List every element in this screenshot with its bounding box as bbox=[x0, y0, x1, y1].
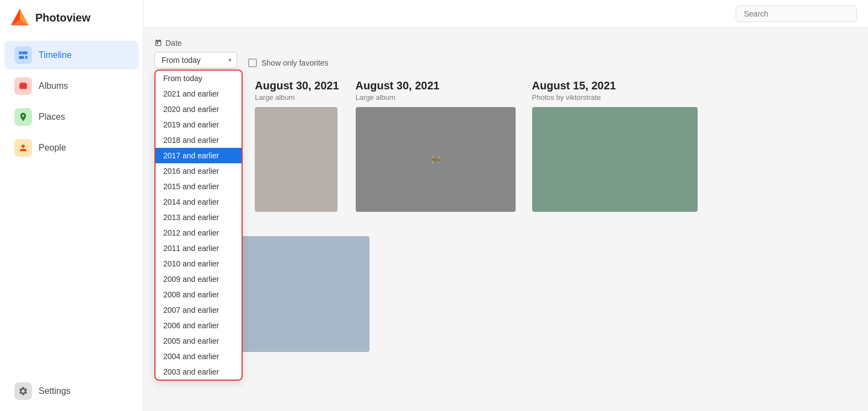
dropdown-option[interactable]: 2018 and earlier bbox=[156, 132, 242, 148]
sidebar-item-albums[interactable]: Albums bbox=[4, 72, 138, 100]
favorites-checkbox[interactable] bbox=[248, 58, 257, 67]
sidebar-item-settings-label: Settings bbox=[39, 386, 71, 396]
favorites-toggle[interactable]: Show only favorites bbox=[248, 39, 328, 67]
photo-section-aug30-3: August 30, 2021 Large album 🚧 bbox=[356, 79, 516, 212]
dropdown-option[interactable]: 2005 and earlier bbox=[156, 333, 242, 349]
svg-rect-6 bbox=[25, 56, 28, 59]
date-filter: Date From today2021 and earlier2020 and … bbox=[154, 39, 237, 68]
dropdown-option[interactable]: 2014 and earlier bbox=[156, 194, 242, 210]
photo-thumb[interactable]: 🚧 bbox=[356, 107, 516, 212]
favorites-label: Show only favorites bbox=[261, 58, 328, 67]
photo-subtitle: Large album bbox=[255, 93, 339, 102]
dropdown-option[interactable]: 2004 and earlier bbox=[156, 349, 242, 364]
sidebar-item-albums-label: Albums bbox=[39, 81, 68, 91]
dropdown-option[interactable]: 2011 and earlier bbox=[156, 241, 242, 256]
calendar-icon bbox=[154, 39, 162, 47]
dropdown-option[interactable]: 2019 and earlier bbox=[156, 117, 242, 132]
dropdown-option[interactable]: 2012 and earlier bbox=[156, 225, 242, 241]
content-area: Date From today2021 and earlier2020 and … bbox=[143, 28, 868, 411]
photo-section-aug15: August 15, 2021 Photos by viktorstrate bbox=[532, 79, 698, 212]
settings-icon bbox=[14, 382, 32, 400]
dropdown-option[interactable]: 2003 and earlier bbox=[156, 364, 242, 380]
places-icon bbox=[14, 108, 32, 126]
photo-section-aug30-2: August 30, 2021 Large album bbox=[255, 79, 339, 212]
sidebar-item-places[interactable]: Places bbox=[4, 103, 138, 131]
logo: Photoview bbox=[0, 0, 143, 35]
dropdown-option[interactable]: 2006 and earlier bbox=[156, 318, 242, 333]
dropdown-option[interactable]: 2016 and earlier bbox=[156, 163, 242, 179]
photo-thumb[interactable] bbox=[255, 107, 337, 212]
app-name: Photoview bbox=[35, 12, 90, 24]
photo-date: August 15, 2021 bbox=[532, 79, 698, 92]
svg-rect-4 bbox=[23, 51, 28, 54]
date-filter-label: Date bbox=[165, 39, 182, 47]
header bbox=[143, 0, 868, 28]
dropdown-option[interactable]: 2009 and earlier bbox=[156, 271, 242, 287]
photo-row-top: August 30, 2021 Large album August 30, 2… bbox=[154, 79, 857, 225]
albums-icon bbox=[14, 77, 32, 95]
sidebar-item-people[interactable]: People bbox=[4, 134, 138, 162]
dropdown-option[interactable]: 2013 and earlier bbox=[156, 210, 242, 225]
people-icon bbox=[14, 139, 32, 157]
app-logo-icon bbox=[10, 8, 30, 28]
date-dropdown[interactable]: From today2021 and earlier2020 and earli… bbox=[154, 70, 243, 381]
main-area: Date From today2021 and earlier2020 and … bbox=[143, 0, 868, 411]
search-input[interactable] bbox=[736, 6, 857, 22]
date-select-wrapper: From today2021 and earlier2020 and earli… bbox=[154, 52, 237, 68]
sidebar-item-timeline-label: Timeline bbox=[39, 50, 72, 60]
photo-row-bottom: ♡ August 11, 2021 Photos by viktorstrate bbox=[154, 236, 857, 378]
date-filter-header: Date bbox=[154, 39, 237, 47]
dropdown-option[interactable]: 2010 and earlier bbox=[156, 256, 242, 271]
photo-thumb[interactable] bbox=[532, 107, 698, 212]
date-select[interactable]: From today2021 and earlier2020 and earli… bbox=[154, 52, 237, 68]
photo-date: August 11, 2021 bbox=[154, 356, 857, 369]
dropdown-option[interactable]: From today bbox=[156, 71, 242, 86]
photo-thumbs-row bbox=[255, 107, 339, 212]
sidebar: Photoview Timeline Albums Places People bbox=[0, 0, 143, 411]
photo-subtitle: Photos by viktorstrate bbox=[154, 370, 857, 378]
photo-section-aug11: ♡ August 11, 2021 Photos by viktorstrate bbox=[154, 236, 857, 378]
dropdown-option[interactable]: 2008 and earlier bbox=[156, 287, 242, 302]
dropdown-option[interactable]: 2020 and earlier bbox=[156, 102, 242, 117]
sidebar-item-timeline[interactable]: Timeline bbox=[4, 41, 138, 70]
svg-rect-3 bbox=[19, 51, 22, 54]
filter-bar: Date From today2021 and earlier2020 and … bbox=[154, 39, 857, 68]
photo-thumbs-row: 🚧 bbox=[356, 107, 516, 212]
svg-rect-7 bbox=[19, 83, 27, 89]
sidebar-item-people-label: People bbox=[39, 143, 66, 153]
photo-subtitle: Large album bbox=[356, 93, 516, 102]
photo-date: August 30, 2021 bbox=[255, 79, 339, 92]
svg-rect-5 bbox=[19, 56, 24, 59]
sidebar-item-settings[interactable]: Settings bbox=[4, 377, 138, 405]
sidebar-nav: Timeline Albums Places People Settings bbox=[0, 35, 143, 411]
photo-date: August 30, 2021 bbox=[356, 79, 516, 92]
photo-subtitle: Photos by viktorstrate bbox=[532, 93, 698, 102]
sidebar-item-places-label: Places bbox=[39, 112, 65, 122]
photo-thumbs-row: ♡ bbox=[154, 236, 857, 352]
dropdown-option[interactable]: 2021 and earlier bbox=[156, 86, 242, 102]
dropdown-option[interactable]: 2007 and earlier bbox=[156, 302, 242, 318]
dropdown-option[interactable]: 2015 and earlier bbox=[156, 179, 242, 194]
svg-rect-8 bbox=[21, 82, 26, 83]
dropdown-option[interactable]: 2017 and earlier bbox=[156, 148, 242, 163]
timeline-icon bbox=[14, 46, 32, 64]
photo-thumbs-row bbox=[532, 107, 698, 212]
